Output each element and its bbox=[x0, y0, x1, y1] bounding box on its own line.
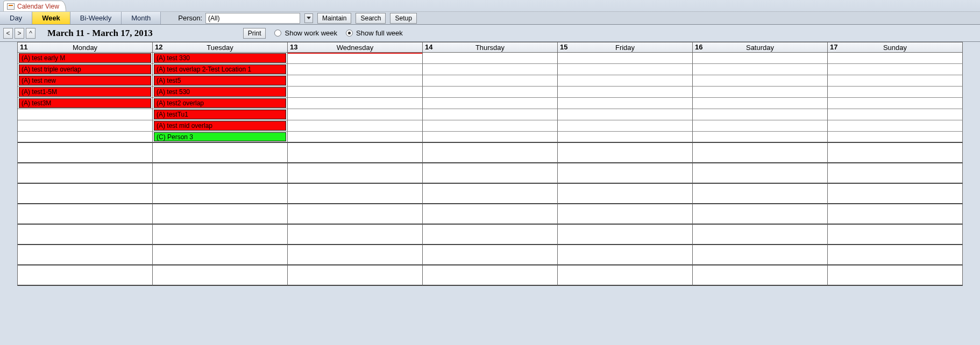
calendar-cell[interactable] bbox=[18, 109, 153, 120]
calendar-cell[interactable] bbox=[828, 163, 963, 184]
calendar-cell[interactable] bbox=[423, 109, 558, 120]
calendar-cell[interactable] bbox=[693, 87, 828, 98]
calendar-cell[interactable] bbox=[288, 245, 423, 265]
calendar-cell[interactable] bbox=[693, 98, 828, 109]
calendar-cell[interactable] bbox=[828, 225, 963, 245]
calendar-cell[interactable] bbox=[288, 265, 423, 286]
calendar-cell[interactable] bbox=[288, 87, 423, 98]
calendar-cell[interactable] bbox=[693, 109, 828, 120]
calendar-cell[interactable] bbox=[288, 184, 423, 204]
calendar-cell[interactable] bbox=[423, 53, 558, 64]
calendar-cell[interactable] bbox=[423, 245, 558, 265]
calendar-cell[interactable] bbox=[288, 75, 423, 87]
calendar-cell[interactable] bbox=[558, 132, 693, 143]
view-tab-biweekly[interactable]: Bi-Weekly bbox=[70, 12, 122, 24]
calendar-cell[interactable] bbox=[558, 163, 693, 184]
calendar-cell[interactable] bbox=[828, 53, 963, 64]
calendar-cell[interactable] bbox=[558, 204, 693, 225]
calendar-cell[interactable] bbox=[153, 163, 288, 184]
calendar-cell[interactable]: (A) test new bbox=[18, 75, 153, 87]
calendar-cell[interactable] bbox=[18, 245, 153, 265]
calendar-cell[interactable] bbox=[693, 53, 828, 64]
calendar-cell[interactable] bbox=[828, 265, 963, 286]
calendar-cell[interactable] bbox=[18, 163, 153, 184]
calendar-cell[interactable] bbox=[693, 225, 828, 245]
radio-full-week[interactable]: Show full week bbox=[346, 29, 403, 37]
calendar-cell[interactable] bbox=[288, 53, 423, 64]
calendar-cell[interactable] bbox=[153, 225, 288, 245]
calendar-cell[interactable] bbox=[288, 132, 423, 143]
calendar-cell[interactable] bbox=[558, 245, 693, 265]
view-tab-day[interactable]: Day bbox=[0, 12, 32, 24]
person-combo[interactable]: (All) bbox=[205, 13, 300, 24]
appointment[interactable]: (A) test new bbox=[19, 76, 151, 85]
appointment[interactable]: (A) testTu1 bbox=[154, 110, 286, 119]
calendar-cell[interactable] bbox=[288, 120, 423, 132]
calendar-cell[interactable] bbox=[288, 64, 423, 75]
calendar-cell[interactable]: (A) test mid overlap bbox=[153, 120, 288, 132]
calendar-cell[interactable] bbox=[693, 245, 828, 265]
calendar-cell[interactable] bbox=[828, 87, 963, 98]
calendar-cell[interactable] bbox=[423, 120, 558, 132]
maintain-button[interactable]: Maintain bbox=[317, 13, 351, 24]
appointment[interactable]: (A) test5 bbox=[154, 76, 286, 85]
calendar-cell[interactable]: (A) test3M bbox=[18, 98, 153, 109]
day-header[interactable]: 16Saturday bbox=[693, 42, 828, 52]
calendar-cell[interactable] bbox=[153, 245, 288, 265]
calendar-cell[interactable]: (A) testTu1 bbox=[153, 109, 288, 120]
day-header[interactable]: 17Sunday bbox=[828, 42, 963, 52]
calendar-cell[interactable] bbox=[153, 204, 288, 225]
print-button[interactable]: Print bbox=[243, 28, 266, 39]
calendar-cell[interactable] bbox=[423, 98, 558, 109]
calendar-cell[interactable] bbox=[423, 143, 558, 163]
appointment[interactable]: (A) test triple overlap bbox=[19, 64, 151, 74]
radio-work-week[interactable]: Show work week bbox=[274, 29, 337, 37]
calendar-cell[interactable]: (A) test early M bbox=[18, 53, 153, 64]
calendar-cell[interactable] bbox=[693, 143, 828, 163]
calendar-cell[interactable] bbox=[693, 120, 828, 132]
calendar-cell[interactable] bbox=[288, 143, 423, 163]
appointment[interactable]: (A) test3M bbox=[19, 98, 151, 108]
appointment[interactable]: (A) test2 overlap bbox=[154, 98, 286, 108]
calendar-cell[interactable] bbox=[18, 120, 153, 132]
calendar-cell[interactable] bbox=[18, 204, 153, 225]
calendar-cell[interactable] bbox=[18, 265, 153, 286]
calendar-cell[interactable] bbox=[288, 163, 423, 184]
calendar-cell[interactable] bbox=[828, 184, 963, 204]
calendar-cell[interactable] bbox=[558, 53, 693, 64]
search-button[interactable]: Search bbox=[356, 13, 386, 24]
day-header[interactable]: 14Thursday bbox=[423, 42, 558, 52]
setup-button[interactable]: Setup bbox=[390, 13, 416, 24]
calendar-cell[interactable] bbox=[288, 109, 423, 120]
calendar-cell[interactable] bbox=[423, 163, 558, 184]
calendar-cell[interactable] bbox=[558, 184, 693, 204]
calendar-cell[interactable] bbox=[423, 64, 558, 75]
calendar-cell[interactable] bbox=[828, 64, 963, 75]
calendar-cell[interactable] bbox=[558, 143, 693, 163]
view-tab-week[interactable]: Week bbox=[32, 12, 70, 24]
person-combo-dropdown[interactable] bbox=[304, 13, 313, 23]
calendar-cell[interactable] bbox=[153, 184, 288, 204]
calendar-cell[interactable]: (A) test1-5M bbox=[18, 87, 153, 98]
calendar-cell[interactable] bbox=[423, 184, 558, 204]
calendar-cell[interactable] bbox=[423, 204, 558, 225]
calendar-cell[interactable] bbox=[18, 143, 153, 163]
day-header[interactable]: 13Wednesday bbox=[288, 42, 423, 52]
calendar-cell[interactable] bbox=[558, 109, 693, 120]
day-header[interactable]: 11Monday bbox=[17, 42, 153, 52]
calendar-cell[interactable] bbox=[693, 204, 828, 225]
calendar-cell[interactable] bbox=[693, 64, 828, 75]
calendar-cell[interactable] bbox=[693, 75, 828, 87]
calendar-cell[interactable] bbox=[693, 163, 828, 184]
calendar-cell[interactable] bbox=[423, 87, 558, 98]
calendar-cell[interactable] bbox=[558, 120, 693, 132]
up-button[interactable]: ^ bbox=[26, 28, 35, 39]
calendar-cell[interactable] bbox=[558, 225, 693, 245]
calendar-cell[interactable]: (C) Person 3 bbox=[153, 132, 288, 143]
calendar-cell[interactable] bbox=[828, 120, 963, 132]
calendar-cell[interactable] bbox=[828, 143, 963, 163]
calendar-cell[interactable] bbox=[18, 225, 153, 245]
appointment[interactable]: (C) Person 3 bbox=[154, 132, 286, 141]
calendar-cell[interactable] bbox=[288, 225, 423, 245]
document-tab[interactable]: Calendar View bbox=[3, 1, 66, 11]
